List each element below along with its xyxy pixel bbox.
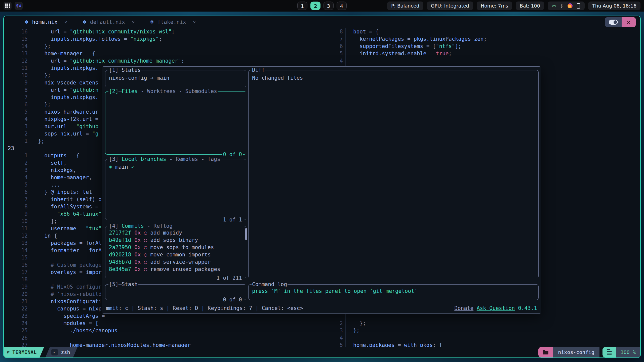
line-number: 5 (334, 342, 346, 347)
code-line: 6 supportedFilesystems = ["ntfs"]; (334, 43, 640, 50)
code-line: 12 url = "github:nix-community/home-mana… (4, 57, 334, 65)
diff-content: No changed files (249, 70, 538, 82)
line-number: 9 (4, 79, 37, 86)
workspace-3[interactable]: 3 (324, 2, 334, 10)
line-number: 2 (4, 130, 37, 138)
app-launcher-icon[interactable] (4, 2, 12, 10)
line-number: 21 (4, 298, 37, 305)
line-number: 12 (4, 57, 37, 65)
shell-tab[interactable]: >_ zsh (45, 347, 77, 357)
line-number: 4 (334, 57, 346, 65)
status-pill[interactable]: GPU: Integrated (427, 2, 473, 10)
window-close-button[interactable]: ✕ (622, 17, 636, 27)
lazygit-stash-panel[interactable]: [5]─Stash 0 of 0 (105, 284, 246, 300)
line-number: 11 (4, 65, 37, 72)
commit-row[interactable]: d920218 0x ○ move common imports (109, 251, 243, 258)
code-line: 4 (334, 334, 640, 342)
code-line: 27 home-manager.nixosModules.home-manage… (4, 342, 334, 347)
files-count: 0 of 0 (222, 151, 243, 158)
nix-snowflake-icon: ❄ (82, 19, 87, 25)
line-number: 7 (4, 94, 37, 101)
ask-question-link[interactable]: Ask Question (477, 305, 515, 311)
lines-icon (602, 347, 616, 357)
line-number: 17 (4, 269, 37, 276)
browser-icon[interactable] (568, 3, 573, 8)
close-icon: ✕ (627, 19, 630, 25)
tab-bar: ❄home.nix×❄default.nix×❄flake.nix× ✕ (4, 16, 640, 28)
line-number: 12 (4, 232, 37, 240)
line-number: 15 (4, 35, 37, 43)
donate-link[interactable]: Donate (454, 305, 473, 311)
commit-row[interactable]: 8e345a7 0x ○ remove unused packages (109, 266, 243, 273)
keybindings-hint: mmit: c | Stash: s | Reset: D | Keybindi… (106, 305, 303, 312)
line-number: 18 (4, 276, 37, 283)
shell-label: zsh (61, 349, 70, 355)
line-number: 10 (4, 72, 37, 79)
folder-segment (538, 347, 553, 357)
zellij-mode-segment[interactable]: ◤ TERMINAL (4, 347, 44, 357)
line-number: 6 (334, 43, 346, 50)
line-number: 9 (4, 210, 37, 218)
status-pill[interactable]: P: Balanced (387, 2, 423, 10)
commits-scrollbar[interactable] (245, 228, 247, 240)
line-number: 26 (4, 334, 37, 342)
line-number: 11 (4, 225, 37, 232)
code-line: 15 inputs.nixpkgs.follows = "nixpkgs"; (4, 35, 334, 43)
line-number: 10 (4, 218, 37, 225)
folder-icon (543, 350, 549, 355)
wm-logo[interactable]: $W (15, 2, 23, 10)
bluetooth-icon[interactable]: ᛒ (560, 3, 563, 9)
tab-flake.nix[interactable]: ❄flake.nix× (142, 16, 203, 28)
lazygit-diff-panel[interactable]: Diff No changed files (248, 70, 539, 278)
tab-home.nix[interactable]: ❄home.nix× (17, 16, 75, 28)
scissors-tray-icon[interactable]: ✂ (552, 3, 556, 9)
line-number: 5 (4, 181, 37, 189)
line-number: 16 (4, 261, 37, 269)
workspace-1[interactable]: 1 (297, 2, 307, 10)
workspace-4[interactable]: 4 (337, 2, 347, 10)
line-number: 1 (4, 138, 37, 145)
code-line: 16 url = "github:nix-community/nixos-wsl… (4, 28, 334, 35)
toggle-button[interactable] (605, 17, 622, 27)
zellij-logo-icon: ◤ (7, 350, 10, 354)
line-number: 8 (334, 28, 346, 35)
line-number: 22 (4, 305, 37, 312)
lazygit-branches-panel[interactable]: [3]─Local branches - Remotes - Tags ✶ ma… (105, 159, 246, 220)
code-line: 2 }; (334, 320, 640, 327)
commit-row[interactable]: 2a23950 0x ○ move sops to modules (109, 244, 243, 251)
commit-row[interactable]: 9486b7d 0x ○ add service-wrapper (109, 258, 243, 266)
commit-row[interactable]: b49ef1d 0x ○ add sops binary (109, 237, 243, 244)
tab-close-icon[interactable]: × (132, 19, 135, 25)
lazygit-status-panel[interactable]: [1]─Status nixos-config → main (105, 70, 246, 87)
status-pill[interactable]: Bat: 100 (516, 2, 544, 10)
lazygit-commits-panel[interactable]: [4]─Commits - Reflog 2717f2f 0x ○ add mo… (105, 226, 246, 278)
line-number: 3 (334, 327, 346, 334)
editor-area: 16 url = "github:nix-community/nixos-wsl… (4, 28, 640, 347)
line-number: 4 (334, 334, 346, 342)
stash-count: 0 of 0 (222, 296, 243, 303)
lazygit-command-log-panel[interactable]: Command log press 'M' in the files panel… (248, 284, 539, 300)
version-label: 0.43.1 (518, 305, 537, 311)
tab-default.nix[interactable]: ❄default.nix× (75, 16, 142, 28)
workspace-2[interactable]: 2 (310, 2, 320, 10)
line-number: 16 (4, 28, 37, 35)
tab-close-icon[interactable]: × (193, 19, 196, 25)
line-number: 4 (4, 174, 37, 181)
line-number: 25 (4, 327, 37, 334)
status-pill[interactable]: Home: 7ms (477, 2, 512, 10)
code-line: 8boot = { (334, 28, 640, 35)
line-number: 27 (4, 342, 37, 347)
phone-icon[interactable] (577, 3, 580, 9)
code-line: 5 initrd.systemd.enable = true; (334, 50, 640, 57)
system-tray[interactable]: ✂ ᛒ (548, 2, 585, 10)
clock[interactable]: Thu Aug 08, 18:16 (588, 2, 640, 10)
nix-snowflake-icon: ❄ (150, 19, 154, 25)
line-number: 4 (4, 116, 37, 123)
lazygit-files-panel[interactable]: [2]─Files - Worktrees - Submodules 0 of … (105, 91, 246, 155)
lazygit-keybar: mmit: c | Stash: s | Reset: D | Keybindi… (106, 305, 537, 312)
lazygit-overlay: [1]─Status nixos-config → main [2]─Files… (102, 66, 541, 314)
tab-close-icon[interactable]: × (64, 19, 67, 25)
commit-row[interactable]: 2717f2f 0x ○ add mopidy (109, 229, 243, 237)
line-number: 19 (4, 283, 37, 291)
line-number: 7 (334, 35, 346, 43)
